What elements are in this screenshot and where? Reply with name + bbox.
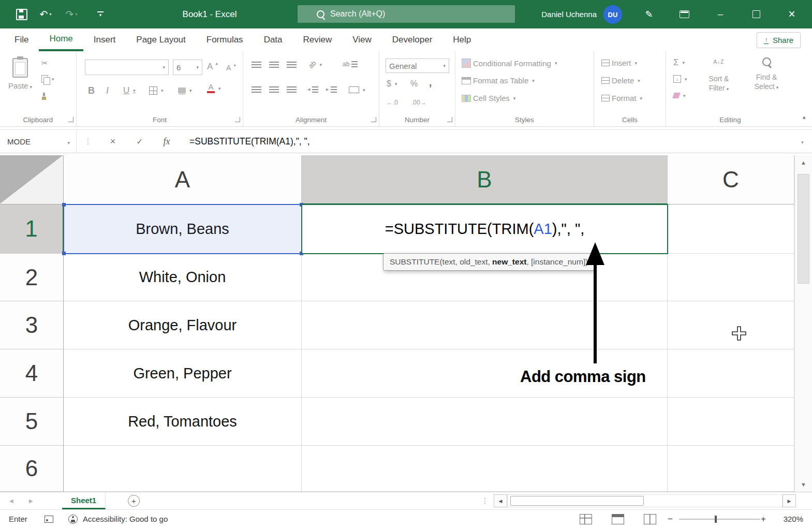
horizontal-scrollbar[interactable] (507, 494, 783, 507)
scroll-down-button[interactable]: ▼ (795, 481, 812, 488)
copy-button[interactable] (41, 75, 54, 83)
share-button[interactable]: ↑ Share (757, 32, 801, 48)
increase-indent-button[interactable]: ▶ (326, 86, 337, 93)
orientation-button[interactable]: ab (308, 61, 322, 68)
align-center-button[interactable] (269, 86, 279, 93)
row-header-6[interactable]: 6 (0, 446, 64, 492)
paste-button[interactable]: Paste (5, 55, 35, 112)
user-name[interactable]: Daniel Uchenna (522, 0, 597, 28)
number-dialog-launcher[interactable] (447, 117, 452, 122)
conditional-formatting-button[interactable]: Conditional Formatting (462, 58, 557, 68)
insert-cells-button[interactable]: Insert (601, 58, 637, 67)
number-format-combo[interactable]: General (386, 58, 449, 73)
scroll-up-button[interactable]: ▲ (795, 159, 812, 166)
cell-A2[interactable]: White, Onion (64, 254, 302, 301)
tab-bar-splitter[interactable]: ⋮ (481, 496, 489, 505)
row-header-5[interactable]: 5 (0, 398, 64, 446)
column-header-a[interactable]: A (64, 155, 302, 204)
align-top-button[interactable] (252, 62, 261, 68)
active-cell-B1-editing[interactable]: =SUBSTITUTE(TRIM(A1),", ", (301, 204, 668, 254)
enter-button[interactable]: ✓ (126, 137, 153, 146)
horizontal-scrollbar-thumb[interactable] (510, 496, 644, 506)
cell-styles-button[interactable]: Cell Styles (462, 94, 515, 102)
scroll-right-button[interactable]: ▶ (783, 494, 796, 507)
name-box-resize-handle[interactable]: ⋮ (77, 137, 99, 146)
tab-file[interactable]: File (4, 28, 39, 51)
quick-access-toolbar-button[interactable] (91, 0, 110, 28)
maximize-button[interactable] (744, 0, 768, 28)
select-all-button[interactable] (0, 155, 64, 204)
tab-developer[interactable]: Developer (382, 28, 443, 51)
vertical-scrollbar-thumb[interactable] (798, 174, 809, 284)
row-header-4[interactable]: 4 (0, 349, 64, 398)
zoom-slider-handle[interactable] (715, 516, 717, 523)
sheet-tab-sheet1[interactable]: Sheet1 (62, 492, 106, 509)
alignment-dialog-launcher[interactable] (371, 117, 376, 122)
previous-sheet-button[interactable]: ◀ (9, 492, 13, 509)
zoom-slider-track[interactable] (679, 519, 760, 520)
collapse-ribbon-button[interactable] (803, 114, 806, 123)
percent-style-button[interactable]: % (410, 79, 418, 89)
row-header-1[interactable]: 1 (0, 204, 64, 254)
decrease-decimal-button[interactable]: .00→ (411, 99, 426, 106)
italic-button[interactable]: I (106, 85, 109, 96)
search-box[interactable]: Search (Alt+Q) (298, 5, 515, 23)
scroll-left-button[interactable]: ◀ (494, 494, 507, 507)
column-header-b[interactable]: B (302, 155, 668, 204)
align-left-button[interactable] (252, 86, 261, 93)
fill-color-button[interactable] (178, 87, 192, 93)
borders-button[interactable] (149, 86, 164, 95)
page-layout-view-button[interactable] (612, 510, 624, 528)
font-name-combo[interactable] (85, 60, 169, 75)
cell-A5[interactable]: Red, Tomantoes (64, 398, 302, 446)
cell-A4[interactable]: Green, Pepper (64, 349, 302, 398)
clear-button[interactable] (673, 93, 686, 98)
tab-page-layout[interactable]: Page Layout (126, 28, 196, 51)
format-as-table-button[interactable]: Format as Table (462, 76, 535, 85)
tab-help[interactable]: Help (442, 28, 481, 51)
shrink-font-button[interactable]: A▼ (226, 64, 237, 72)
close-button[interactable]: × (780, 0, 804, 28)
zoom-level[interactable]: 320% (774, 510, 803, 528)
accounting-format-button[interactable]: $ (387, 79, 397, 89)
align-right-button[interactable] (287, 86, 297, 93)
name-box[interactable]: MODE (0, 130, 77, 153)
redo-button[interactable]: ↷ (60, 0, 83, 28)
delete-cells-button[interactable]: Delete (601, 76, 640, 85)
font-color-button[interactable]: A (207, 83, 221, 93)
autosum-button[interactable]: Σ (673, 57, 685, 68)
formula-input[interactable]: =SUBSTITUTE(TRIM(A1),", ", (189, 136, 791, 147)
fill-button[interactable]: ↓ (673, 75, 687, 83)
decrease-indent-button[interactable]: ◀ (307, 86, 318, 93)
cell-A6[interactable] (64, 446, 302, 492)
ribbon-display-options-button[interactable] (672, 0, 697, 28)
cell-B5[interactable] (302, 398, 668, 446)
underline-button[interactable]: U (123, 85, 136, 96)
cell-C6[interactable] (668, 446, 794, 492)
tab-home[interactable]: Home (39, 28, 83, 51)
tab-data[interactable]: Data (254, 28, 293, 51)
next-sheet-button[interactable]: ▶ (29, 492, 33, 509)
align-middle-button[interactable] (269, 62, 279, 68)
comma-style-button[interactable]: , (429, 77, 432, 89)
cell-C1[interactable] (668, 204, 794, 254)
insert-function-button[interactable]: fx (153, 136, 180, 147)
cell-B6[interactable] (302, 446, 668, 492)
font-size-combo[interactable]: 6 (173, 60, 202, 75)
pen-button[interactable]: ✎ (638, 0, 660, 28)
zoom-out-button[interactable]: − (668, 510, 673, 528)
cell-C4[interactable] (668, 349, 794, 398)
grow-font-button[interactable]: A▲ (207, 62, 218, 72)
clipboard-dialog-launcher[interactable] (68, 117, 73, 122)
find-select-button[interactable]: Find & Select (744, 57, 789, 92)
cell-C2[interactable] (668, 254, 794, 301)
accessibility-status[interactable] (68, 510, 78, 528)
format-painter-button[interactable] (41, 93, 47, 100)
cell-C5[interactable] (668, 398, 794, 446)
cancel-button[interactable]: × (99, 136, 126, 147)
tab-formulas[interactable]: Formulas (196, 28, 254, 51)
tab-view[interactable]: View (342, 28, 382, 51)
page-break-view-button[interactable] (644, 510, 656, 528)
cut-button[interactable]: ✂ (41, 58, 48, 68)
new-sheet-button[interactable]: + (128, 495, 140, 507)
